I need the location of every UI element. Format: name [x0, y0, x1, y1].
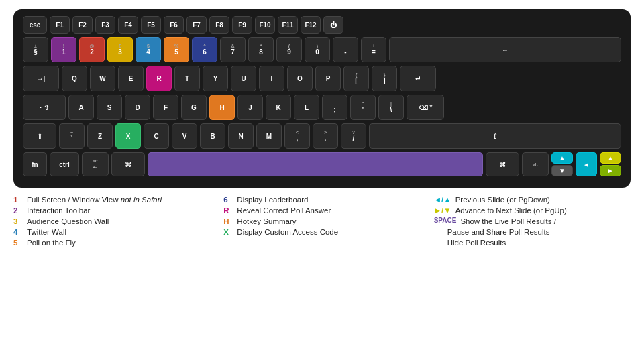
key-r[interactable]: R [146, 66, 172, 91]
key-f4[interactable]: F4 [118, 16, 138, 34]
key-minus[interactable]: _- [333, 37, 358, 62]
key-backspace[interactable]: ← [389, 37, 621, 62]
key-cmd-left[interactable]: ⌘ [111, 152, 145, 176]
legend-text-1: Full Screen / Window View not in Safari [27, 194, 162, 205]
legend-col3: ◄/▲ Previous Slide (or PgDown) ►/▼ Advan… [434, 194, 631, 248]
key-ctrl[interactable]: ctrl [50, 152, 79, 176]
legend-item-3: 3 Audience Question Wall [13, 216, 210, 227]
key-quote[interactable]: "' [350, 95, 376, 120]
key-equals[interactable]: += [361, 37, 386, 62]
key-f11[interactable]: F11 [278, 16, 298, 34]
legend-text-prev: Previous Slide (or PgDown) [455, 194, 550, 205]
key-f12[interactable]: F12 [301, 16, 321, 34]
key-m[interactable]: M [256, 123, 282, 149]
key-2[interactable]: @2 [79, 37, 105, 62]
key-arrow-up2[interactable]: ▲ [600, 152, 621, 164]
key-backslash[interactable]: |\ [378, 95, 404, 120]
bottom-row: fn ctrl alt← ⌘ ⌘ alt ▲ ▼ ◄ ▲ ► [23, 152, 621, 176]
key-p[interactable]: P [315, 66, 341, 91]
legend-key-h: H [223, 216, 233, 227]
key-j[interactable]: J [237, 95, 263, 120]
legend-text-x: Display Custom Access Code [237, 227, 338, 237]
key-6[interactable]: ^6 [192, 37, 217, 62]
key-4[interactable]: $4 [136, 37, 161, 62]
key-l[interactable]: L [294, 95, 319, 120]
key-n[interactable]: N [228, 123, 254, 149]
key-k[interactable]: K [266, 95, 291, 120]
key-power[interactable]: ⏻ [323, 16, 343, 34]
key-lbracket[interactable]: {[ [343, 66, 369, 91]
key-fn[interactable]: fn [23, 152, 47, 176]
key-5[interactable]: %5 [164, 37, 189, 62]
key-f10[interactable]: F10 [255, 16, 275, 34]
key-backtick[interactable]: ±§ [23, 37, 48, 62]
legend-key-next: ►/▼ [434, 205, 451, 216]
key-alt-left[interactable]: alt← [82, 152, 109, 176]
key-y[interactable]: Y [203, 66, 228, 91]
key-f3[interactable]: F3 [95, 16, 115, 34]
key-f6[interactable]: F6 [164, 16, 184, 34]
key-semicolon[interactable]: :; [322, 95, 347, 120]
legend-col1: 1 Full Screen / Window View not in Safar… [13, 194, 210, 248]
key-u[interactable]: U [231, 66, 256, 91]
key-a[interactable]: A [68, 95, 94, 120]
key-arrow-down[interactable]: ▼ [551, 165, 573, 176]
legend-italic-1: not in Safari [121, 196, 162, 204]
key-1[interactable]: !1 [51, 37, 76, 62]
legend-item-x: X Display Custom Access Code [223, 227, 420, 237]
key-f5[interactable]: F5 [141, 16, 161, 34]
key-arrow-up[interactable]: ▲ [551, 152, 573, 164]
key-e[interactable]: E [118, 66, 144, 91]
key-c[interactable]: C [144, 123, 169, 149]
key-f7[interactable]: F7 [186, 16, 207, 34]
key-f2[interactable]: F2 [72, 16, 93, 34]
key-space[interactable] [148, 152, 483, 176]
legend-item-1: 1 Full Screen / Window View not in Safar… [13, 194, 210, 205]
key-o[interactable]: O [287, 66, 313, 91]
key-period[interactable]: >. [313, 123, 338, 149]
key-b[interactable]: B [200, 123, 225, 149]
legend-item-6: 6 Display Leaderboard [223, 194, 420, 205]
key-slash[interactable]: ?/ [341, 123, 366, 149]
key-caps[interactable]: · ⇧ [23, 95, 66, 120]
key-t[interactable]: T [174, 66, 200, 91]
key-f9[interactable]: F9 [232, 16, 252, 34]
key-8[interactable]: *8 [248, 37, 274, 62]
key-rbracket[interactable]: }] [372, 66, 397, 91]
key-arrow-right[interactable]: ► [600, 165, 621, 176]
key-return[interactable]: ↵ [400, 66, 436, 91]
legend-item-next: ►/▼ Advance to Next Slide (or PgUp) [434, 205, 631, 216]
key-q[interactable]: Q [62, 66, 87, 91]
key-0[interactable]: )0 [305, 37, 330, 62]
key-tilde[interactable]: ~` [59, 123, 85, 149]
key-3[interactable]: £3 [107, 37, 133, 62]
key-7[interactable]: &7 [220, 37, 246, 62]
key-cmd-right[interactable]: ⌘ [486, 152, 519, 176]
key-g[interactable]: G [181, 95, 207, 120]
key-lshift[interactable]: ⇧ [23, 123, 56, 149]
key-i[interactable]: I [259, 66, 284, 91]
key-f1[interactable]: F1 [50, 16, 70, 34]
key-tab[interactable]: →| [23, 66, 59, 91]
key-rshift[interactable]: ⇧ [369, 123, 621, 149]
key-z[interactable]: Z [87, 123, 113, 149]
key-s[interactable]: S [97, 95, 122, 120]
key-f8[interactable]: F8 [209, 16, 229, 34]
key-esc[interactable]: esc [23, 16, 47, 34]
legend-text-space: Show the Live Poll Results / [460, 216, 556, 227]
key-h[interactable]: H [209, 95, 235, 120]
legend-text-hide: Hide Poll Results [447, 237, 506, 248]
key-arrow-left[interactable]: ◄ [576, 152, 597, 176]
key-d[interactable]: D [125, 95, 150, 120]
key-w[interactable]: W [90, 66, 115, 91]
key-v[interactable]: V [172, 123, 197, 149]
key-alt-right[interactable]: alt [522, 152, 549, 176]
key-x[interactable]: X [115, 123, 141, 149]
key-f[interactable]: F [153, 95, 178, 120]
legend-text-r: Reveal Correct Poll Answer [237, 205, 331, 216]
key-comma[interactable]: <, [284, 123, 310, 149]
legend-key-2: 2 [13, 205, 23, 216]
legend-text-4: Twitter Wall [27, 227, 66, 237]
key-enter[interactable]: ⌫ * [407, 95, 444, 120]
key-9[interactable]: (9 [276, 37, 302, 62]
